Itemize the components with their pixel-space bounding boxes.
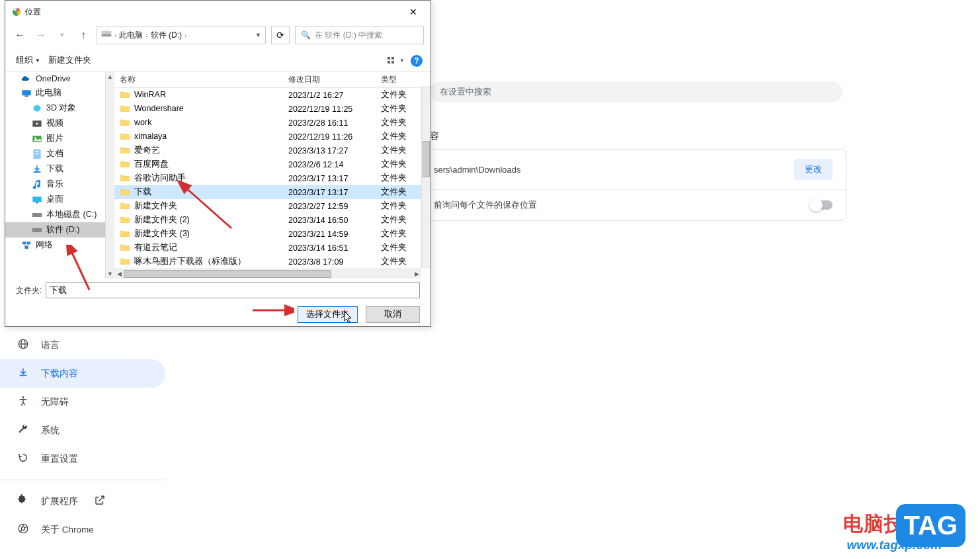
sidebar-item-accessibility[interactable]: 无障碍 <box>0 388 165 416</box>
settings-search[interactable]: 在设置中搜索 <box>430 81 842 103</box>
reset-icon <box>17 452 29 466</box>
drive-icon <box>32 210 42 220</box>
list-row[interactable]: 新建文件夹2023/2/27 12:59文件夹 <box>114 199 430 213</box>
3d-icon <box>32 104 42 113</box>
help-icon[interactable]: ? <box>411 55 423 67</box>
chrome-icon <box>12 7 21 17</box>
nav-up[interactable]: ↑ <box>75 27 91 43</box>
folder-icon <box>120 257 130 267</box>
ask-each-toggle[interactable] <box>810 200 833 210</box>
refresh-button[interactable]: ⟳ <box>271 26 290 44</box>
col-date[interactable]: 修改日期 <box>283 72 376 87</box>
list-row[interactable]: 新建文件夹 (2)2023/3/14 16:50文件夹 <box>114 213 430 227</box>
tree-item-downloads[interactable]: 下载 <box>5 161 114 177</box>
tree-item-video[interactable]: 视频 <box>5 116 114 131</box>
tree-item-drive[interactable]: 本地磁盘 (C:) <box>5 207 114 222</box>
sidebar-item-reset[interactable]: 重置设置 <box>0 445 165 473</box>
dialog-search[interactable]: 🔍 在 软件 (D:) 中搜索 <box>295 26 424 44</box>
list-row[interactable]: work2023/2/28 16:11文件夹 <box>114 116 430 130</box>
svg-rect-12 <box>388 61 390 64</box>
sidebar-item-wrench[interactable]: 系统 <box>0 416 165 445</box>
svg-rect-13 <box>391 61 394 64</box>
download-icon <box>17 366 29 380</box>
search-placeholder: 在设置中搜索 <box>440 86 491 98</box>
col-type[interactable]: 类型 <box>376 72 430 87</box>
breadcrumb-root[interactable]: 此电脑 <box>119 30 143 41</box>
svg-rect-29 <box>22 241 26 244</box>
folder-icon <box>120 132 130 142</box>
sidebar-item-globe[interactable]: 语言 <box>0 331 165 359</box>
video-icon <box>32 119 42 128</box>
list-row[interactable]: WinRAR2023/1/2 16:27文件夹 <box>114 88 430 102</box>
list-row[interactable]: ximalaya2022/12/19 11:26文件夹 <box>114 130 430 144</box>
folder-label: 文件夹: <box>16 285 42 296</box>
svg-rect-14 <box>22 90 30 95</box>
music-icon <box>32 180 42 189</box>
list-row[interactable]: 啄木鸟图片下载器（标准版）2023/3/8 17:09文件夹 <box>114 255 430 269</box>
list-row[interactable]: 新建文件夹 (3)2023/3/21 14:59文件夹 <box>114 227 430 241</box>
svg-rect-30 <box>27 241 30 244</box>
folder-input[interactable] <box>46 282 420 298</box>
breadcrumb-drive[interactable]: 软件 (D:) <box>151 30 182 41</box>
dialog-search-placeholder: 在 软件 (D:) 中搜索 <box>315 30 382 41</box>
tree-item-pc[interactable]: 此电脑 <box>5 85 114 101</box>
list-hscroll[interactable]: ◀▶ <box>114 269 421 279</box>
breadcrumb-dropdown[interactable]: ▼ <box>255 32 261 38</box>
nav-back[interactable]: ← <box>12 27 28 43</box>
folder-icon <box>120 202 130 211</box>
cancel-button[interactable]: 取消 <box>366 306 420 323</box>
sidebar-item-chrome[interactable]: 关于 Chrome <box>0 515 165 544</box>
svg-rect-9 <box>102 31 112 34</box>
tree-item-3d[interactable]: 3D 对象 <box>5 101 114 116</box>
list-vscroll[interactable] <box>421 86 430 269</box>
svg-point-26 <box>40 214 41 216</box>
drive-icon <box>101 30 112 40</box>
sidebar-item-puzzle[interactable]: 扩展程序 <box>0 487 165 515</box>
list-row[interactable]: 有道云笔记2023/3/14 16:51文件夹 <box>114 241 430 255</box>
select-folder-button[interactable]: 选择文件夹 <box>298 306 358 323</box>
nav-recent[interactable]: ▼ <box>54 27 70 43</box>
drive-icon <box>32 226 42 235</box>
folder-icon <box>120 230 130 239</box>
close-button[interactable]: ✕ <box>403 5 424 19</box>
breadcrumb[interactable]: › 此电脑 › 软件 (D:) › ▼ <box>97 26 266 44</box>
svg-rect-11 <box>391 57 394 60</box>
list-row[interactable]: 爱奇艺2023/3/13 17:27文件夹 <box>114 144 430 157</box>
svg-rect-23 <box>32 196 41 202</box>
tree-item-documents[interactable]: 文档 <box>5 146 114 161</box>
nav-forward[interactable]: → <box>33 27 49 43</box>
change-button[interactable]: 更改 <box>794 159 833 180</box>
view-menu[interactable]: ▼ <box>384 56 408 66</box>
organize-menu[interactable]: 组织▼ <box>13 54 43 67</box>
folder-icon <box>120 174 130 183</box>
tree-scrollbar[interactable]: ▲▼ <box>105 72 114 279</box>
sidebar-item-download[interactable]: 下载内容 <box>0 359 165 388</box>
folder-icon <box>120 243 130 253</box>
tree-item-network[interactable]: 网络 <box>5 237 114 253</box>
tree-item-pictures[interactable]: 图片 <box>5 131 114 146</box>
svg-point-3 <box>22 396 24 398</box>
col-name[interactable]: 名称 <box>114 72 283 87</box>
pictures-icon <box>32 134 42 144</box>
list-row[interactable]: Wondershare2022/12/19 11:25文件夹 <box>114 102 430 116</box>
desktop-icon <box>32 195 42 204</box>
downloads-card: sers\admin\Downloads 更改 前询问每个文件的保存位置 <box>420 149 846 221</box>
external-icon <box>94 494 106 508</box>
chrome-icon <box>17 523 29 537</box>
tree-item-music[interactable]: 音乐 <box>5 177 114 192</box>
wrench-icon <box>17 423 29 437</box>
tree-item-drive[interactable]: 软件 (D:) <box>5 222 114 237</box>
folder-icon <box>120 160 130 169</box>
svg-rect-10 <box>388 57 390 60</box>
tree-item-onedrive[interactable]: OneDrive <box>5 72 114 85</box>
new-folder-button[interactable]: 新建文件夹 <box>46 54 94 67</box>
folder-picker-dialog: 位置 ✕ ← → ▼ ↑ › 此电脑 › 软件 (D:) › ▼ ⟳ 🔍 在 软… <box>5 0 431 327</box>
list-row[interactable]: 百度网盘2023/2/6 12:14文件夹 <box>114 157 430 171</box>
search-icon: 🔍 <box>301 30 311 40</box>
svg-rect-24 <box>36 202 38 203</box>
tree-item-desktop[interactable]: 桌面 <box>5 192 114 207</box>
folder-icon <box>120 105 130 114</box>
folder-icon <box>120 118 130 128</box>
list-row[interactable]: 下载2023/3/17 13:17文件夹 <box>114 185 430 199</box>
list-row[interactable]: 谷歌访问助手2023/3/17 13:17文件夹 <box>114 171 430 185</box>
